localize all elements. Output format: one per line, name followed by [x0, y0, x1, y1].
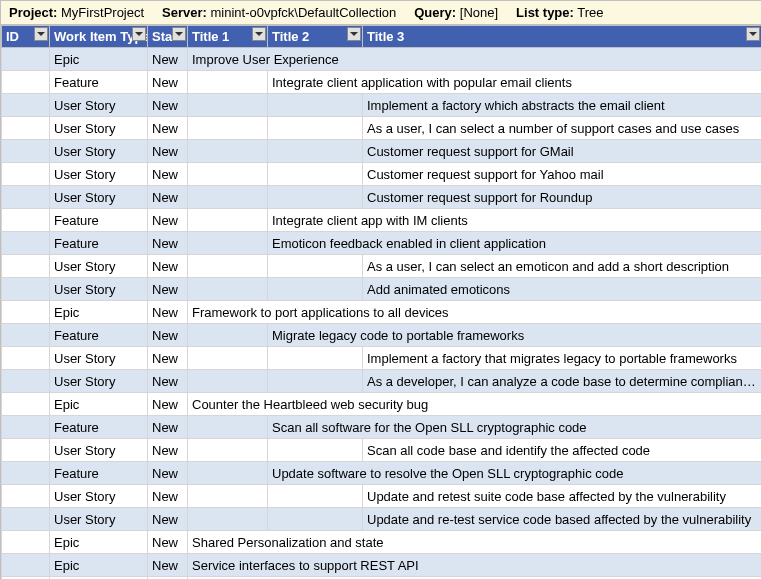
- cell-title[interactable]: Update and retest suite code base affect…: [363, 485, 762, 508]
- cell-id[interactable]: [2, 94, 50, 117]
- cell-title[interactable]: Scan all software for the Open SLL crypt…: [268, 416, 762, 439]
- cell-empty[interactable]: [268, 508, 363, 531]
- cell-title[interactable]: As a developer, I can analyze a code bas…: [363, 370, 762, 393]
- header-type[interactable]: Work Item Type: [50, 26, 148, 48]
- cell-state[interactable]: New: [148, 255, 188, 278]
- cell-title[interactable]: Add animated emoticons: [363, 278, 762, 301]
- table-row[interactable]: EpicNewService interfaces to support RES…: [2, 554, 762, 577]
- cell-id[interactable]: [2, 71, 50, 94]
- cell-title[interactable]: Emoticon feedback enabled in client appl…: [268, 232, 762, 255]
- cell-state[interactable]: New: [148, 186, 188, 209]
- header-state[interactable]: State: [148, 26, 188, 48]
- table-row[interactable]: User StoryNewUpdate and retest suite cod…: [2, 485, 762, 508]
- table-row[interactable]: User StoryNewAs a developer, I can analy…: [2, 370, 762, 393]
- cell-empty[interactable]: [268, 347, 363, 370]
- table-row[interactable]: User StoryNewAdd animated emoticons: [2, 278, 762, 301]
- cell-title[interactable]: Update software to resolve the Open SLL …: [268, 462, 762, 485]
- table-row[interactable]: FeatureNewEmoticon feedback enabled in c…: [2, 232, 762, 255]
- filter-button-id[interactable]: [34, 27, 48, 41]
- cell-work-item-type[interactable]: Feature: [50, 71, 148, 94]
- filter-button-title2[interactable]: [347, 27, 361, 41]
- cell-work-item-type[interactable]: User Story: [50, 94, 148, 117]
- cell-work-item-type[interactable]: Epic: [50, 393, 148, 416]
- cell-title[interactable]: Integrate client app with IM clients: [268, 209, 762, 232]
- cell-id[interactable]: [2, 163, 50, 186]
- table-row[interactable]: User StoryNewAs a user, I can select an …: [2, 255, 762, 278]
- header-title3[interactable]: Title 3: [363, 26, 762, 48]
- table-row[interactable]: EpicNewCounter the Heartbleed web securi…: [2, 393, 762, 416]
- cell-empty[interactable]: [188, 416, 268, 439]
- cell-empty[interactable]: [268, 140, 363, 163]
- table-row[interactable]: User StoryNewCustomer request support fo…: [2, 163, 762, 186]
- table-row[interactable]: FeatureNewMigrate legacy code to portabl…: [2, 324, 762, 347]
- cell-empty[interactable]: [188, 186, 268, 209]
- table-row[interactable]: User StoryNewScan all code base and iden…: [2, 439, 762, 462]
- cell-state[interactable]: New: [148, 416, 188, 439]
- filter-button-title3[interactable]: [746, 27, 760, 41]
- cell-id[interactable]: [2, 439, 50, 462]
- cell-empty[interactable]: [188, 347, 268, 370]
- cell-empty[interactable]: [188, 209, 268, 232]
- cell-empty[interactable]: [268, 163, 363, 186]
- cell-work-item-type[interactable]: Feature: [50, 232, 148, 255]
- cell-state[interactable]: New: [148, 508, 188, 531]
- cell-work-item-type[interactable]: Epic: [50, 554, 148, 577]
- cell-empty[interactable]: [268, 94, 363, 117]
- cell-empty[interactable]: [188, 255, 268, 278]
- cell-work-item-type[interactable]: User Story: [50, 117, 148, 140]
- filter-button-title1[interactable]: [252, 27, 266, 41]
- cell-id[interactable]: [2, 140, 50, 163]
- cell-id[interactable]: [2, 278, 50, 301]
- cell-title[interactable]: Counter the Heartbleed web security bug: [188, 393, 762, 416]
- cell-work-item-type[interactable]: Feature: [50, 209, 148, 232]
- cell-state[interactable]: New: [148, 554, 188, 577]
- cell-work-item-type[interactable]: Epic: [50, 531, 148, 554]
- cell-title[interactable]: Customer request support for Roundup: [363, 186, 762, 209]
- cell-title[interactable]: Customer request support for GMail: [363, 140, 762, 163]
- cell-title[interactable]: Implement a factory that migrates legacy…: [363, 347, 762, 370]
- cell-title[interactable]: Migrate legacy code to portable framewor…: [268, 324, 762, 347]
- cell-state[interactable]: New: [148, 94, 188, 117]
- cell-work-item-type[interactable]: Feature: [50, 324, 148, 347]
- cell-work-item-type[interactable]: User Story: [50, 255, 148, 278]
- cell-work-item-type[interactable]: Feature: [50, 416, 148, 439]
- header-title2[interactable]: Title 2: [268, 26, 363, 48]
- cell-work-item-type[interactable]: User Story: [50, 485, 148, 508]
- cell-state[interactable]: New: [148, 485, 188, 508]
- cell-id[interactable]: [2, 255, 50, 278]
- cell-state[interactable]: New: [148, 48, 188, 71]
- cell-empty[interactable]: [188, 71, 268, 94]
- table-row[interactable]: FeatureNewIntegrate client application w…: [2, 71, 762, 94]
- table-row[interactable]: User StoryNewAs a user, I can select a n…: [2, 117, 762, 140]
- cell-id[interactable]: [2, 370, 50, 393]
- cell-work-item-type[interactable]: User Story: [50, 186, 148, 209]
- cell-empty[interactable]: [188, 140, 268, 163]
- cell-empty[interactable]: [268, 278, 363, 301]
- table-row[interactable]: User StoryNewCustomer request support fo…: [2, 140, 762, 163]
- cell-empty[interactable]: [188, 232, 268, 255]
- cell-title[interactable]: Customer request support for Yahoo mail: [363, 163, 762, 186]
- cell-empty[interactable]: [268, 255, 363, 278]
- filter-button-state[interactable]: [172, 27, 186, 41]
- table-row[interactable]: FeatureNewUpdate software to resolve the…: [2, 462, 762, 485]
- cell-title[interactable]: Implement a factory which abstracts the …: [363, 94, 762, 117]
- table-row[interactable]: User StoryNewUpdate and re-test service …: [2, 508, 762, 531]
- table-row[interactable]: User StoryNewImplement a factory that mi…: [2, 347, 762, 370]
- table-row[interactable]: EpicNewImprove User Experience: [2, 48, 762, 71]
- cell-id[interactable]: [2, 508, 50, 531]
- cell-empty[interactable]: [188, 163, 268, 186]
- cell-id[interactable]: [2, 186, 50, 209]
- cell-id[interactable]: [2, 324, 50, 347]
- filter-button-type[interactable]: [132, 27, 146, 41]
- cell-empty[interactable]: [188, 370, 268, 393]
- cell-work-item-type[interactable]: User Story: [50, 439, 148, 462]
- cell-id[interactable]: [2, 393, 50, 416]
- cell-state[interactable]: New: [148, 232, 188, 255]
- cell-title[interactable]: Scan all code base and identify the affe…: [363, 439, 762, 462]
- cell-work-item-type[interactable]: User Story: [50, 370, 148, 393]
- cell-empty[interactable]: [268, 439, 363, 462]
- cell-id[interactable]: [2, 301, 50, 324]
- cell-id[interactable]: [2, 416, 50, 439]
- cell-id[interactable]: [2, 48, 50, 71]
- cell-title[interactable]: Service interfaces to support REST API: [188, 554, 762, 577]
